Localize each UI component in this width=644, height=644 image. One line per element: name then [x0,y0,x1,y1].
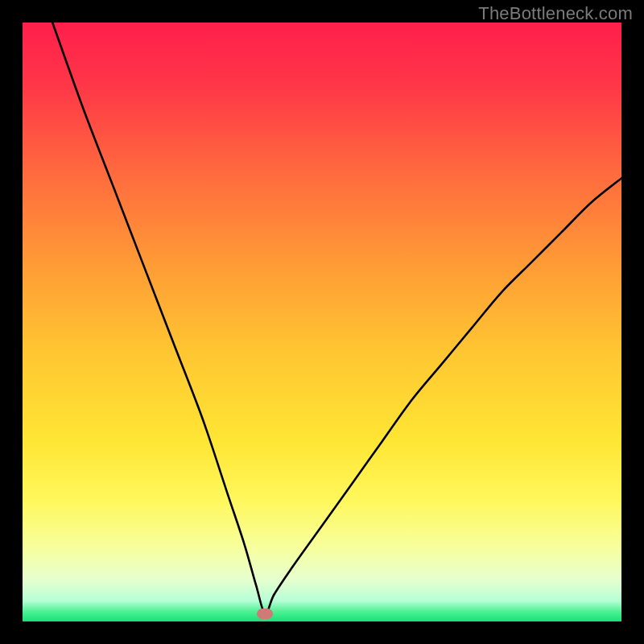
plot-area [23,23,621,621]
gradient-background [23,23,621,621]
optimal-marker [257,609,273,619]
plot-svg [23,23,621,621]
chart-frame: TheBottleneck.com [0,0,644,644]
watermark-text: TheBottleneck.com [478,3,633,24]
